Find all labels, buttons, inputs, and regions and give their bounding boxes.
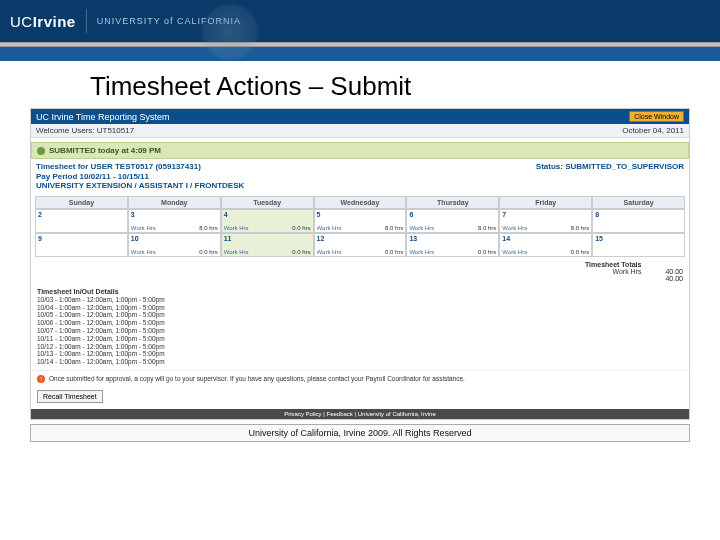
- brand-logo: UCIrvine: [10, 13, 76, 30]
- hours-value: 0.0 hrs: [199, 249, 217, 255]
- hours-label: Work Hrs: [224, 249, 249, 255]
- employee-info: Timesheet for USER TEST0517 (059137431) …: [36, 162, 244, 191]
- submitted-banner: SUBMITTED today at 4:09 PM: [31, 142, 689, 159]
- cell-date: 4: [224, 211, 228, 218]
- close-window-button[interactable]: Close Window: [629, 111, 684, 122]
- details-lines: 10/03 - 1:00am - 12:00am, 1:00pm - 5:00p…: [37, 296, 683, 366]
- hours-label: Work Hrs: [131, 225, 156, 231]
- detail-line: 10/14 - 1:00am - 12:00am, 1:00pm - 5:00p…: [37, 358, 683, 366]
- recall-timesheet-button[interactable]: Recall Timesheet: [37, 390, 103, 403]
- calendar-cell[interactable]: 14Work Hrs0.0 hrs: [499, 233, 592, 257]
- cell-date: 3: [131, 211, 135, 218]
- check-icon: [37, 147, 45, 155]
- hours-value: 0.0 hrs: [292, 249, 310, 255]
- cell-date: 9: [38, 235, 42, 242]
- cell-date: 13: [409, 235, 417, 242]
- detail-line: 10/13 - 1:00am - 12:00am, 1:00pm - 5:00p…: [37, 350, 683, 358]
- cell-date: 14: [502, 235, 510, 242]
- calendar-cell[interactable]: 12Work Hrs0.0 hrs: [314, 233, 407, 257]
- details-title: Timesheet In/Out Details: [37, 288, 683, 295]
- cell-date: 15: [595, 235, 603, 242]
- detail-line: 10/11 - 1:00am - 12:00am, 1:00pm - 5:00p…: [37, 335, 683, 343]
- calendar-cell[interactable]: 6Work Hrs8.0 hrs: [406, 209, 499, 233]
- pay-period: Pay Period 10/02/11 - 10/15/11: [36, 172, 244, 182]
- hours-value: 8.0 hrs: [385, 225, 403, 231]
- detail-line: 10/03 - 1:00am - 12:00am, 1:00pm - 5:00p…: [37, 296, 683, 304]
- slide-title: Timesheet Actions – Submit: [0, 61, 720, 108]
- hours-value: 8.0 hrs: [199, 225, 217, 231]
- calendar-week-1: 23Work Hrs8.0 hrs4Work Hrs0.0 hrs5Work H…: [35, 209, 685, 233]
- uc-seal-icon: [200, 2, 260, 62]
- hours-label: Work Hrs: [409, 225, 434, 231]
- hours-value: 8.0 hrs: [478, 225, 496, 231]
- slide-footer: University of California, Irvine 2009. A…: [30, 424, 690, 442]
- day-header: Monday: [128, 196, 221, 209]
- detail-line: 10/04 - 1:00am - 12:00am, 1:00pm - 5:00p…: [37, 304, 683, 312]
- cell-date: 5: [317, 211, 321, 218]
- hours-value: 0.0 hrs: [571, 249, 589, 255]
- calendar-cell[interactable]: 4Work Hrs0.0 hrs: [221, 209, 314, 233]
- hours-label: Work Hrs: [224, 225, 249, 231]
- cell-date: 10: [131, 235, 139, 242]
- detail-line: 10/06 - 1:00am - 12:00am, 1:00pm - 5:00p…: [37, 319, 683, 327]
- calendar-header-row: SundayMondayTuesdayWednesdayThursdayFrid…: [35, 196, 685, 209]
- calendar-cell[interactable]: 5Work Hrs8.0 hrs: [314, 209, 407, 233]
- timesheet-app: UC Irvine Time Reporting System Close Wi…: [30, 108, 690, 420]
- timesheet-info: Timesheet for USER TEST0517 (059137431) …: [31, 159, 689, 194]
- calendar-cell[interactable]: 10Work Hrs0.0 hrs: [128, 233, 221, 257]
- brand-uc: UC: [10, 13, 33, 30]
- hours-value: 0.0 hrs: [478, 249, 496, 255]
- app-header: UC Irvine Time Reporting System Close Wi…: [31, 109, 689, 124]
- cell-date: 8: [595, 211, 599, 218]
- calendar-cell[interactable]: 7Work Hrs8.0 hrs: [499, 209, 592, 233]
- calendar-cell[interactable]: 15: [592, 233, 685, 257]
- timesheet-totals: Timesheet Totals Work Hrs 40.00 40.00: [31, 259, 689, 284]
- hours-value: 8.0 hrs: [571, 225, 589, 231]
- cell-date: 12: [317, 235, 325, 242]
- calendar-cell[interactable]: 11Work Hrs0.0 hrs: [221, 233, 314, 257]
- calendar-cell[interactable]: 8: [592, 209, 685, 233]
- totals-work-label: Work Hrs: [585, 268, 642, 275]
- warning-icon: !: [37, 375, 45, 383]
- detail-line: 10/05 - 1:00am - 12:00am, 1:00pm - 5:00p…: [37, 311, 683, 319]
- totals-value-2: 40.00: [665, 275, 683, 282]
- day-header: Thursday: [406, 196, 499, 209]
- day-header: Sunday: [35, 196, 128, 209]
- cell-date: 2: [38, 211, 42, 218]
- app-footer: Privacy Policy | Feedback | University o…: [31, 409, 689, 419]
- cell-date: 11: [224, 235, 232, 242]
- detail-line: 10/12 - 1:00am - 12:00am, 1:00pm - 5:00p…: [37, 343, 683, 351]
- calendar-cell[interactable]: 13Work Hrs0.0 hrs: [406, 233, 499, 257]
- hours-label: Work Hrs: [502, 225, 527, 231]
- calendar-cell[interactable]: 2: [35, 209, 128, 233]
- detail-line: 10/07 - 1:00am - 12:00am, 1:00pm - 5:00p…: [37, 327, 683, 335]
- day-header: Saturday: [592, 196, 685, 209]
- brand-irvine: Irvine: [33, 13, 76, 30]
- welcome-user: Welcome Users: UT510517: [36, 126, 134, 135]
- calendar-cell[interactable]: 3Work Hrs8.0 hrs: [128, 209, 221, 233]
- hours-label: Work Hrs: [409, 249, 434, 255]
- day-header: Friday: [499, 196, 592, 209]
- header-blue-bar: [0, 47, 720, 61]
- totals-title: Timesheet Totals: [585, 261, 642, 268]
- welcome-bar: Welcome Users: UT510517 October 04, 2011: [31, 124, 689, 138]
- day-header: Tuesday: [221, 196, 314, 209]
- app-title: UC Irvine Time Reporting System: [36, 112, 170, 122]
- warning-text: Once submitted for approval, a copy will…: [49, 375, 465, 382]
- warning-row: ! Once submitted for approval, a copy wi…: [31, 370, 689, 387]
- calendar-cell[interactable]: 9: [35, 233, 128, 257]
- current-date: October 04, 2011: [622, 126, 684, 135]
- emp-name: Timesheet for USER TEST0517 (059137431): [36, 162, 244, 172]
- brand-header: UCIrvine UNIVERSITY of CALIFORNIA: [0, 0, 720, 42]
- totals-value-1: 40.00: [665, 268, 683, 275]
- day-header: Wednesday: [314, 196, 407, 209]
- cell-date: 6: [409, 211, 413, 218]
- calendar-grid: SundayMondayTuesdayWednesdayThursdayFrid…: [35, 196, 685, 257]
- calendar-week-2: 910Work Hrs0.0 hrs11Work Hrs0.0 hrs12Wor…: [35, 233, 685, 257]
- status-label: Status: SUBMITTED_TO_SUPERVISOR: [536, 162, 684, 191]
- brand-divider: [86, 9, 87, 33]
- hours-value: 0.0 hrs: [292, 225, 310, 231]
- cell-date: 7: [502, 211, 506, 218]
- hours-label: Work Hrs: [131, 249, 156, 255]
- hours-value: 0.0 hrs: [385, 249, 403, 255]
